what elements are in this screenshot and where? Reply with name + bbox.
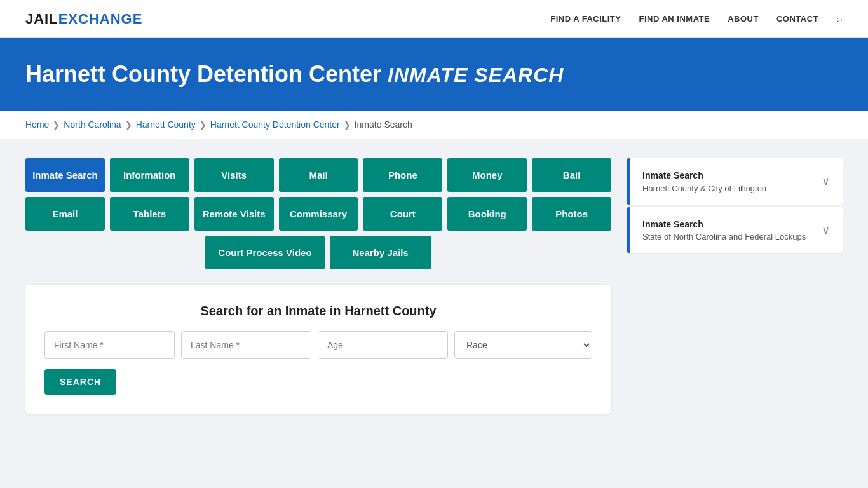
breadcrumb-sep-2: ❯ <box>125 120 132 130</box>
sidebar-card-1: Inmate Search Harnett County & City of L… <box>627 158 843 205</box>
tab-inmate-search[interactable]: Inmate Search <box>25 158 105 192</box>
main-content: Inmate Search Information Visits Mail Ph… <box>0 139 868 433</box>
sidebar-card-2: Inmate Search State of North Carolina an… <box>627 207 843 254</box>
breadcrumb: Home ❯ North Carolina ❯ Harnett County ❯… <box>0 111 868 139</box>
tab-visits[interactable]: Visits <box>194 158 274 192</box>
tab-email[interactable]: Email <box>25 197 105 231</box>
last-name-input[interactable] <box>181 331 311 359</box>
tab-commissary[interactable]: Commissary <box>279 197 358 231</box>
search-icon[interactable]: ⌕ <box>836 13 843 25</box>
chevron-down-icon-1: ∨ <box>822 174 830 188</box>
logo-exchange: EXCHANGE <box>58 11 143 27</box>
search-fields: Race White Black Hispanic Asian Other <box>44 331 592 359</box>
breadcrumb-facility[interactable]: Harnett County Detention Center <box>210 119 340 130</box>
tab-money[interactable]: Money <box>447 158 527 192</box>
tab-remote-visits[interactable]: Remote Visits <box>194 197 274 231</box>
hero-section: Harnett County Detention Center INMATE S… <box>0 38 868 111</box>
first-name-input[interactable] <box>44 331 175 359</box>
breadcrumb-sep-4: ❯ <box>344 120 351 130</box>
sidebar-card-1-title: Inmate Search <box>642 170 703 180</box>
search-title: Search for an Inmate in Harnett County <box>44 304 592 318</box>
tab-booking[interactable]: Booking <box>447 197 527 231</box>
breadcrumb-sep-1: ❯ <box>53 120 60 130</box>
nav-find-facility[interactable]: FIND A FACILITY <box>550 14 621 24</box>
nav-find-inmate[interactable]: FIND AN INMATE <box>639 14 710 24</box>
breadcrumb-sep-3: ❯ <box>200 120 207 130</box>
nav-contact[interactable]: CONTACT <box>776 14 818 24</box>
sidebar-card-1-text: Inmate Search Harnett County & City of L… <box>642 170 766 193</box>
tabs-row-2: Email Tablets Remote Visits Commissary C… <box>25 197 611 231</box>
site-header: JAILEXCHANGE FIND A FACILITY FIND AN INM… <box>0 0 868 38</box>
sidebar-card-2-header[interactable]: Inmate Search State of North Carolina an… <box>627 207 843 254</box>
sidebar-card-1-subtitle: Harnett County & City of Lillington <box>642 184 766 193</box>
tabs-row-1: Inmate Search Information Visits Mail Ph… <box>25 158 611 192</box>
tab-bail[interactable]: Bail <box>532 158 611 192</box>
tabs-grid: Inmate Search Information Visits Mail Ph… <box>25 158 611 269</box>
search-box: Search for an Inmate in Harnett County R… <box>25 285 611 414</box>
right-sidebar: Inmate Search Harnett County & City of L… <box>627 158 843 255</box>
sidebar-card-1-header[interactable]: Inmate Search Harnett County & City of L… <box>627 158 843 205</box>
page-title: Harnett County Detention Center INMATE S… <box>25 61 843 88</box>
main-nav: FIND A FACILITY FIND AN INMATE ABOUT CON… <box>550 13 843 25</box>
tab-nearby-jails[interactable]: Nearby Jails <box>330 236 431 269</box>
site-logo[interactable]: JAILEXCHANGE <box>25 11 142 27</box>
tab-court[interactable]: Court <box>363 197 442 231</box>
breadcrumb-nc[interactable]: North Carolina <box>64 119 121 130</box>
tab-information[interactable]: Information <box>110 158 189 192</box>
left-column: Inmate Search Information Visits Mail Ph… <box>25 158 611 414</box>
nav-about[interactable]: ABOUT <box>728 14 759 24</box>
tab-phone[interactable]: Phone <box>363 158 442 192</box>
age-input[interactable] <box>318 331 448 359</box>
tab-court-process-video[interactable]: Court Process Video <box>205 236 324 269</box>
logo-jail: JAIL <box>25 11 58 27</box>
sidebar-card-2-title: Inmate Search <box>642 219 703 229</box>
tab-photos[interactable]: Photos <box>532 197 611 231</box>
breadcrumb-current: Inmate Search <box>355 119 412 130</box>
breadcrumb-home[interactable]: Home <box>25 119 49 130</box>
chevron-down-icon-2: ∨ <box>822 223 830 237</box>
sidebar-card-2-text: Inmate Search State of North Carolina an… <box>642 219 806 242</box>
tab-tablets[interactable]: Tablets <box>110 197 189 231</box>
search-button[interactable]: SEARCH <box>44 369 116 395</box>
tabs-row-3: Court Process Video Nearby Jails <box>25 236 611 269</box>
sidebar-card-2-subtitle: State of North Carolina and Federal Lock… <box>642 232 806 241</box>
race-select[interactable]: Race White Black Hispanic Asian Other <box>454 331 592 359</box>
breadcrumb-county[interactable]: Harnett County <box>136 119 196 130</box>
tab-mail[interactable]: Mail <box>279 158 358 192</box>
